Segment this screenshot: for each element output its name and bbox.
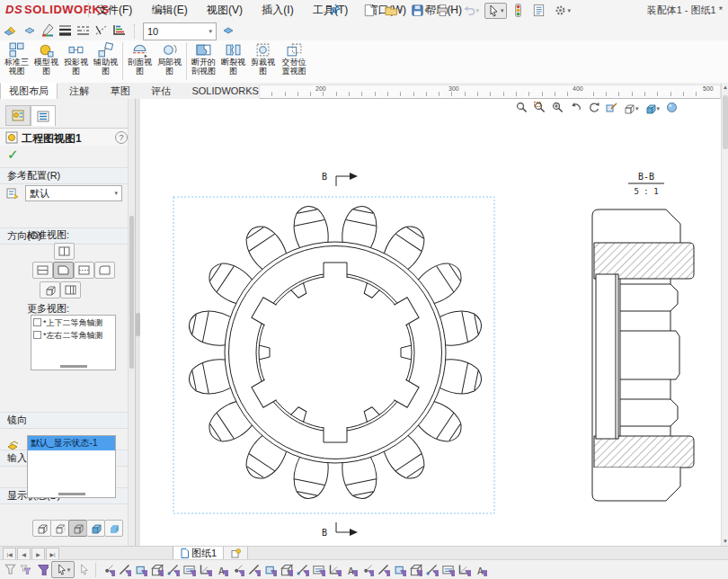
section-view-button[interactable]: 剖面视图 [125,40,155,76]
checkbox-icon[interactable] [33,331,41,339]
panel-scrollbar[interactable] [128,99,135,546]
checkbox-icon[interactable] [33,318,41,326]
pan-3d-drawing-icon[interactable] [606,102,617,116]
sheet-tab[interactable]: 图纸1 [173,547,225,560]
lasso-cursor-icon[interactable] [76,562,91,577]
filter-weld-symbols-icon[interactable] [408,562,422,577]
horizontal-scrollbar-thumb[interactable] [60,365,87,368]
shaded-icon[interactable] [104,520,123,537]
gear-front-view[interactable] [186,203,484,502]
filter-planes-icon[interactable] [198,562,212,577]
tab-view-layout[interactable]: 视图布局 [0,83,58,99]
filter-stack-icon[interactable] [19,562,33,577]
zoom-fit-icon[interactable] [516,102,528,116]
standard-3view-button[interactable]: 标准三视图 [2,40,31,76]
pushpin-icon[interactable] [329,4,341,18]
filter-surface-bodies-icon[interactable] [149,562,164,577]
zoom-area-icon[interactable] [534,102,546,116]
view-right-button[interactable] [74,262,94,279]
filter-datum-targets-icon[interactable] [457,562,471,577]
print-icon[interactable]: ▾ [433,2,457,19]
panel-scrollbar-thumb[interactable] [129,216,134,369]
layer-dropdown[interactable]: 10 ▾ [143,22,217,40]
detail-view-button[interactable]: 局部视图 [155,40,184,76]
scrollbar-thumb[interactable] [723,95,728,149]
filter-blocks-icon[interactable] [473,562,487,577]
model-view-button[interactable]: 模型视图 [31,40,61,76]
zoom-inout-icon[interactable] [552,102,564,116]
filter-balloons-icon[interactable] [376,562,390,577]
filter-toggle-icon[interactable] [3,562,17,577]
tab-annotation[interactable]: 注解 [60,83,98,99]
edit-layer-icon[interactable] [4,23,18,40]
view-top-button[interactable] [54,243,75,260]
display-style-icon[interactable]: ▾ [645,103,661,114]
help-icon[interactable]: ? [115,131,128,144]
previous-view-icon[interactable] [570,102,582,116]
hide-edge-icon[interactable] [94,23,108,40]
view-left-button[interactable] [32,262,53,279]
section-view-b-b[interactable]: B-B 5 : 1 [592,172,694,501]
select-arrow-icon[interactable]: ▾ [484,3,507,19]
tab-evaluate[interactable]: 评估 [142,83,180,99]
filter-sketch-segments-icon[interactable] [246,562,261,577]
list-item[interactable]: *左右二等角轴测 [31,329,115,342]
filter-clear-icon[interactable] [35,562,49,577]
propertymanager-tab-icon[interactable] [5,105,31,126]
scroll-down-icon[interactable]: ▼ [722,537,728,546]
undo-icon[interactable]: ▾ [459,2,483,19]
filter-notes-icon[interactable] [360,562,374,577]
vertical-scrollbar[interactable]: ▲ ▼ [721,83,728,546]
save-icon[interactable]: ▾ [408,2,431,19]
menu-insert[interactable]: 插入(I) [253,0,301,21]
menu-file[interactable]: 文件(F) [89,0,140,21]
configuration-tab-icon[interactable] [31,105,56,126]
menu-view[interactable]: 视图(V) [199,0,251,21]
file-properties-icon[interactable] [529,2,548,19]
filter-sketch-points-icon[interactable] [230,562,244,577]
tab-sketch[interactable]: 草图 [102,83,139,99]
filter-edges-icon[interactable] [117,562,131,577]
line-thickness-icon[interactable] [58,23,72,40]
display-state-listbox[interactable]: 默认_显示状态-1 [27,435,116,498]
view-bottom-button[interactable] [60,281,81,298]
filter-faces-icon[interactable] [133,562,147,577]
auxiliary-view-button[interactable]: 辅助视图 [91,40,120,76]
filter-centerlines-icon[interactable] [295,562,309,577]
new-file-icon[interactable] [360,2,378,19]
menu-edit[interactable]: 编辑(E) [144,0,196,21]
add-sheet-icon[interactable] [223,547,248,560]
drawing-sheet[interactable]: B B B-B 5 : 1 [140,99,721,546]
hidden-lines-visible-icon[interactable] [50,520,69,537]
rebuild-traffic-light-icon[interactable] [510,2,527,19]
filter-annotations-icon[interactable] [343,562,358,577]
shaded-with-edges-icon[interactable] [86,520,105,537]
select-cursor-icon[interactable]: ▾ [51,561,75,578]
rotate-view-icon[interactable] [588,102,599,116]
apply-scene-icon[interactable] [666,102,678,116]
open-file-icon[interactable]: ▾ [381,2,405,19]
filter-center-marks-icon[interactable] [279,562,293,577]
section-mirror[interactable]: 镜向 ∨ [0,412,136,429]
filter-origins-icon[interactable] [214,562,228,577]
ok-check-icon[interactable]: ✓ [7,147,19,163]
more-views-listbox[interactable]: *上下二等角轴测 *左右二等角轴测 [31,315,116,370]
horizontal-scrollbar-thumb[interactable] [58,493,85,495]
view-isometric-button[interactable] [40,281,60,298]
configuration-dropdown[interactable]: 默认 ▾ [25,185,122,201]
filter-midpoints-icon[interactable] [262,562,277,577]
filter-hole-callouts-icon[interactable] [327,562,342,577]
line-style-icon[interactable] [76,23,90,40]
view-front-button[interactable] [53,262,74,279]
scroll-up-icon[interactable]: ▲ [722,83,728,92]
view-back-button[interactable] [94,262,115,279]
alternate-position-view-button[interactable]: 交替位置视图 [278,40,310,76]
wireframe-icon[interactable] [32,520,51,537]
filter-gtol-icon[interactable] [424,562,439,577]
broken-out-section-button[interactable]: 断开的剖视图 [189,40,218,76]
break-view-button[interactable]: 断裂视图 [218,40,248,76]
filter-vertices-icon[interactable] [101,562,115,577]
filter-surface-finish-icon[interactable] [392,562,406,577]
crop-view-button[interactable]: 剪裁视图 [248,40,278,76]
filter-axes-icon[interactable] [182,562,196,577]
